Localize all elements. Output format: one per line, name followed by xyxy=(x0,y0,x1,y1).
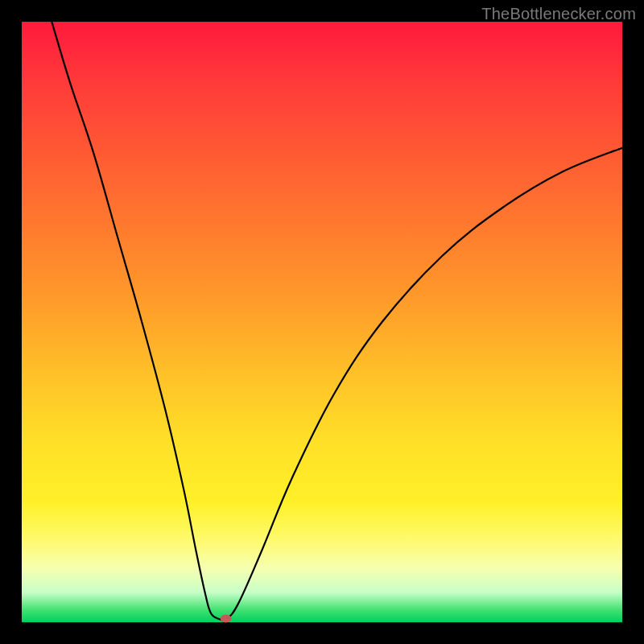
plot-area xyxy=(22,22,622,622)
chart-frame: TheBottlenecker.com xyxy=(0,0,644,644)
curve-svg xyxy=(22,22,622,622)
minimum-marker-dot xyxy=(221,615,232,623)
bottleneck-curve xyxy=(52,22,622,621)
watermark-text: TheBottlenecker.com xyxy=(481,5,636,23)
